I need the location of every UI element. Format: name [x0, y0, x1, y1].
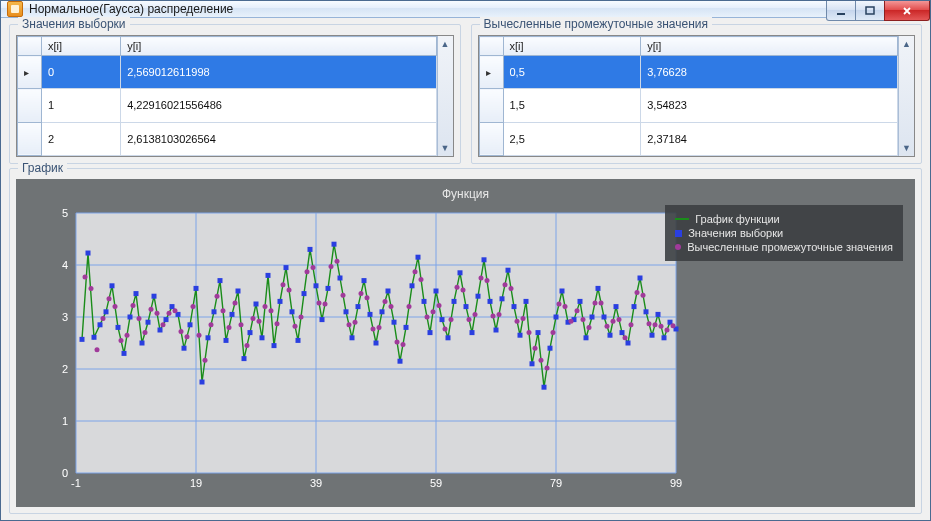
svg-rect-55: [247, 330, 252, 335]
interp-corner-header[interactable]: [479, 37, 503, 56]
svg-rect-92: [469, 330, 474, 335]
svg-point-190: [460, 287, 465, 292]
svg-point-191: [466, 317, 471, 322]
chart-groupbox: График Функция -11939597999012345 График…: [9, 168, 922, 514]
svg-point-131: [106, 296, 111, 301]
svg-rect-65: [307, 247, 312, 252]
interp-grid[interactable]: x[i] y[i] 0,5 3,76628: [478, 35, 916, 157]
svg-point-129: [94, 347, 99, 352]
scroll-up-icon[interactable]: ▲: [899, 36, 914, 52]
svg-point-164: [304, 269, 309, 274]
sample-col-y[interactable]: y[i]: [121, 37, 436, 56]
svg-rect-124: [661, 335, 666, 340]
table-row[interactable]: 2,5 2,37184: [479, 122, 898, 155]
app-icon: [7, 1, 23, 17]
svg-rect-82: [409, 283, 414, 288]
svg-rect-77: [379, 309, 384, 314]
svg-point-137: [142, 330, 147, 335]
svg-rect-94: [481, 257, 486, 262]
svg-point-173: [358, 291, 363, 296]
interp-groupbox: Вычесленные промежуточные значения x[i] …: [471, 24, 923, 164]
maximize-button[interactable]: [855, 1, 885, 21]
svg-rect-37: [139, 341, 144, 346]
svg-rect-69: [331, 242, 336, 247]
svg-point-189: [454, 285, 459, 290]
svg-point-220: [640, 293, 645, 298]
sample-corner-header[interactable]: [18, 37, 42, 56]
svg-text:79: 79: [549, 477, 561, 489]
svg-rect-50: [217, 278, 222, 283]
svg-point-145: [190, 304, 195, 309]
scroll-down-icon[interactable]: ▼: [438, 140, 453, 156]
svg-rect-76: [373, 341, 378, 346]
interp-col-x[interactable]: x[i]: [503, 37, 641, 56]
svg-point-168: [328, 264, 333, 269]
close-button[interactable]: [884, 1, 930, 21]
interp-group-title: Вычесленные промежуточные значения: [480, 17, 713, 31]
svg-point-161: [286, 287, 291, 292]
svg-point-162: [292, 324, 297, 329]
table-row[interactable]: 0,5 3,76628: [479, 56, 898, 89]
minimize-button[interactable]: [826, 1, 856, 21]
sample-grid[interactable]: x[i] y[i] 0 2,569012611998: [16, 35, 454, 157]
svg-rect-107: [559, 289, 564, 294]
svg-point-171: [346, 322, 351, 327]
svg-rect-114: [601, 315, 606, 320]
svg-rect-79: [391, 320, 396, 325]
svg-text:0: 0: [61, 467, 67, 479]
svg-rect-64: [301, 291, 306, 296]
interp-col-y[interactable]: y[i]: [641, 37, 898, 56]
svg-point-141: [166, 311, 171, 316]
table-row[interactable]: 0 2,569012611998: [18, 56, 437, 89]
svg-point-218: [628, 322, 633, 327]
svg-point-181: [406, 304, 411, 309]
table-row[interactable]: 2 2,6138103026564: [18, 122, 437, 155]
legend-row-interp: Вычесленные промежуточные значения: [675, 241, 893, 253]
row-header[interactable]: [479, 56, 503, 89]
table-row[interactable]: 1 4,22916021556486: [18, 89, 437, 122]
svg-rect-87: [439, 317, 444, 322]
svg-rect-110: [577, 299, 582, 304]
svg-point-225: [670, 323, 675, 328]
app-window: Нормальное(Гаусса) распределение Значени…: [0, 0, 931, 521]
titlebar[interactable]: Нормальное(Гаусса) распределение: [1, 1, 930, 18]
scroll-up-icon[interactable]: ▲: [438, 36, 453, 52]
sample-scrollbar[interactable]: ▲ ▼: [437, 36, 453, 156]
svg-point-216: [616, 317, 621, 322]
svg-point-144: [184, 334, 189, 339]
chart-title: Функция: [442, 187, 489, 201]
svg-point-136: [136, 316, 141, 321]
row-header[interactable]: [479, 89, 503, 122]
svg-point-138: [148, 307, 153, 312]
svg-rect-39: [151, 294, 156, 299]
row-header[interactable]: [18, 89, 42, 122]
svg-text:39: 39: [309, 477, 321, 489]
svg-rect-0: [837, 13, 845, 15]
row-header[interactable]: [18, 122, 42, 155]
svg-rect-100: [517, 333, 522, 338]
svg-rect-47: [199, 380, 204, 385]
legend-swatch-sample: [675, 230, 682, 237]
svg-rect-58: [265, 273, 270, 278]
svg-point-130: [100, 316, 105, 321]
interp-scrollbar[interactable]: ▲ ▼: [898, 36, 914, 156]
chart-legend: График функции Значения выборки Вычеслен…: [665, 205, 903, 261]
svg-rect-40: [157, 328, 162, 333]
svg-point-156: [256, 319, 261, 324]
svg-rect-66: [313, 283, 318, 288]
svg-rect-34: [121, 351, 126, 356]
svg-rect-88: [445, 335, 450, 340]
svg-point-208: [568, 319, 573, 324]
scroll-down-icon[interactable]: ▼: [899, 140, 914, 156]
table-row[interactable]: 1,5 3,54823: [479, 89, 898, 122]
row-header[interactable]: [18, 56, 42, 89]
chart-panel[interactable]: Функция -11939597999012345 График функци…: [16, 179, 915, 507]
sample-col-x[interactable]: x[i]: [42, 37, 121, 56]
row-header[interactable]: [479, 122, 503, 155]
svg-point-199: [514, 319, 519, 324]
svg-point-132: [112, 304, 117, 309]
svg-text:4: 4: [61, 259, 67, 271]
svg-rect-95: [487, 299, 492, 304]
svg-point-179: [394, 339, 399, 344]
sample-groupbox: Значения выборки x[i] y[i]: [9, 24, 461, 164]
